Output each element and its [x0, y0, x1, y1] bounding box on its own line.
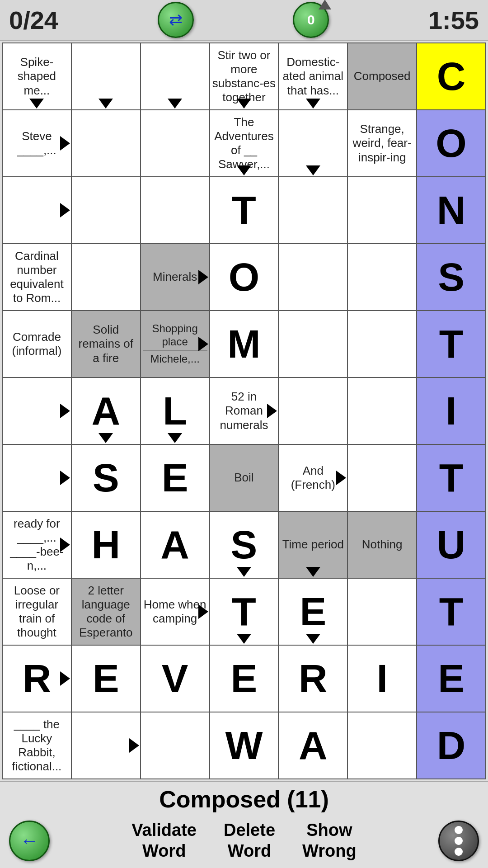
- grid-cell[interactable]: [347, 578, 417, 645]
- grid-cell[interactable]: W: [210, 712, 279, 779]
- grid-cell[interactable]: I: [347, 645, 417, 712]
- grid-cell[interactable]: [141, 43, 210, 110]
- arrow-right-icon: [60, 404, 70, 418]
- grid-cell[interactable]: ready for ____,... ____-bee-n,...: [2, 511, 71, 578]
- grid-cell[interactable]: ____ the Lucky Rabbit, fictional...: [2, 712, 71, 779]
- grid-cell[interactable]: Time period: [278, 511, 347, 578]
- grid-cell[interactable]: [347, 311, 417, 377]
- validate-word-button[interactable]: ValidateWord: [131, 820, 197, 861]
- grid-cell[interactable]: [71, 110, 141, 177]
- grid-cell[interactable]: [347, 177, 417, 244]
- grid-cell[interactable]: [141, 177, 210, 244]
- grid-cell[interactable]: Steve ____,...: [2, 110, 71, 177]
- menu-button[interactable]: [438, 821, 479, 861]
- grid-cell[interactable]: Home when camping: [141, 578, 210, 645]
- grid-cell[interactable]: 2 letter language code of Esperanto: [71, 578, 141, 645]
- grid-cell[interactable]: V: [141, 645, 210, 712]
- grid-cell[interactable]: Nothing: [347, 511, 417, 578]
- grid-cell[interactable]: S: [71, 444, 141, 511]
- zero-button[interactable]: 0: [293, 2, 329, 38]
- grid-cell[interactable]: O: [210, 244, 279, 311]
- grid-cell[interactable]: Cardinal number equivalent to Rom...: [2, 244, 71, 311]
- arrow-down-icon: [237, 99, 251, 108]
- grid-cell[interactable]: The Adventures of __ Sawyer,...: [210, 110, 279, 177]
- grid-cell[interactable]: Solid remains of a fire: [71, 311, 141, 377]
- arrow-down-icon: [237, 567, 251, 577]
- grid-cell[interactable]: [347, 377, 417, 444]
- back-button[interactable]: ←: [9, 821, 50, 861]
- grid-cell[interactable]: [278, 244, 347, 311]
- grid-cell[interactable]: Shopping placeMichele,...: [141, 311, 210, 377]
- swap-button[interactable]: ⇄: [158, 2, 194, 38]
- grid-cell[interactable]: [2, 177, 71, 244]
- grid-cell[interactable]: Strange, weird, fear-inspir-ing: [347, 110, 417, 177]
- arrow-down-icon: [237, 165, 251, 175]
- grid-cell[interactable]: [71, 244, 141, 311]
- grid-cell[interactable]: S: [417, 244, 486, 311]
- delete-word-button[interactable]: DeleteWord: [224, 820, 275, 861]
- swap-arrows-icon: ⇄: [169, 10, 183, 29]
- grid-cell[interactable]: M: [210, 311, 279, 377]
- grid-cell[interactable]: T: [417, 444, 486, 511]
- grid-cell[interactable]: [278, 110, 347, 177]
- grid-cell[interactable]: C: [417, 43, 486, 110]
- dot-icon-2: [455, 837, 463, 845]
- grid-cell[interactable]: [347, 712, 417, 779]
- grid-cell[interactable]: D: [417, 712, 486, 779]
- grid-cell[interactable]: N: [417, 177, 486, 244]
- grid-cell[interactable]: [141, 110, 210, 177]
- grid-cell[interactable]: [141, 712, 210, 779]
- grid-cell[interactable]: 52 in Roman numerals: [210, 377, 279, 444]
- grid-cell[interactable]: Minerals: [141, 244, 210, 311]
- grid-cell[interactable]: T: [210, 177, 279, 244]
- grid-cell[interactable]: [2, 377, 71, 444]
- grid-cell[interactable]: Boil: [210, 444, 279, 511]
- grid-cell[interactable]: [347, 444, 417, 511]
- arrow-right-icon: [267, 404, 277, 418]
- grid-cell[interactable]: Loose or irregular train of thought: [2, 578, 71, 645]
- grid-cell[interactable]: S: [210, 511, 279, 578]
- grid-cell[interactable]: Domestic-ated animal that has...: [278, 43, 347, 110]
- grid-cell[interactable]: T: [210, 578, 279, 645]
- grid-cell[interactable]: R: [2, 645, 71, 712]
- grid-cell[interactable]: [278, 177, 347, 244]
- arrow-right-icon: [198, 604, 208, 619]
- arrow-right-icon: [60, 136, 70, 151]
- grid-cell[interactable]: E: [417, 645, 486, 712]
- grid-cell[interactable]: Comrade (informal): [2, 311, 71, 377]
- grid-cell[interactable]: [71, 712, 141, 779]
- grid-cell[interactable]: E: [278, 578, 347, 645]
- grid-cell[interactable]: [278, 377, 347, 444]
- grid-cell[interactable]: A: [141, 511, 210, 578]
- grid-cell[interactable]: And (French): [278, 444, 347, 511]
- grid-cell[interactable]: T: [417, 311, 486, 377]
- grid-cell[interactable]: A: [278, 712, 347, 779]
- grid-cell[interactable]: [71, 43, 141, 110]
- grid-cell[interactable]: Stir two or more substanc-es together: [210, 43, 279, 110]
- grid-cell[interactable]: E: [141, 444, 210, 511]
- arrow-right-icon: [198, 270, 208, 284]
- grid-cell[interactable]: R: [278, 645, 347, 712]
- grid-cell[interactable]: E: [210, 645, 279, 712]
- arrow-down-icon: [237, 634, 251, 644]
- dot-icon-3: [455, 848, 463, 856]
- grid-cell[interactable]: T: [417, 578, 486, 645]
- arrow-down-icon: [306, 99, 320, 108]
- grid-cell[interactable]: H: [71, 511, 141, 578]
- grid-cell[interactable]: [278, 311, 347, 377]
- grid-cell[interactable]: [71, 177, 141, 244]
- arrow-right-icon: [60, 538, 70, 552]
- arrow-down-icon: [168, 99, 182, 108]
- grid-cell[interactable]: Composed: [347, 43, 417, 110]
- grid-cell[interactable]: A: [71, 377, 141, 444]
- grid-cell[interactable]: U: [417, 511, 486, 578]
- grid-cell[interactable]: L: [141, 377, 210, 444]
- grid-cell[interactable]: [347, 244, 417, 311]
- grid-cell[interactable]: Spike-shaped me...: [2, 43, 71, 110]
- grid-cell[interactable]: O: [417, 110, 486, 177]
- grid-cell[interactable]: [2, 444, 71, 511]
- grid-cell[interactable]: E: [71, 645, 141, 712]
- show-wrong-button[interactable]: ShowWrong: [302, 820, 357, 861]
- grid-cell[interactable]: I: [417, 377, 486, 444]
- current-clue-label: Composed (11): [159, 786, 329, 813]
